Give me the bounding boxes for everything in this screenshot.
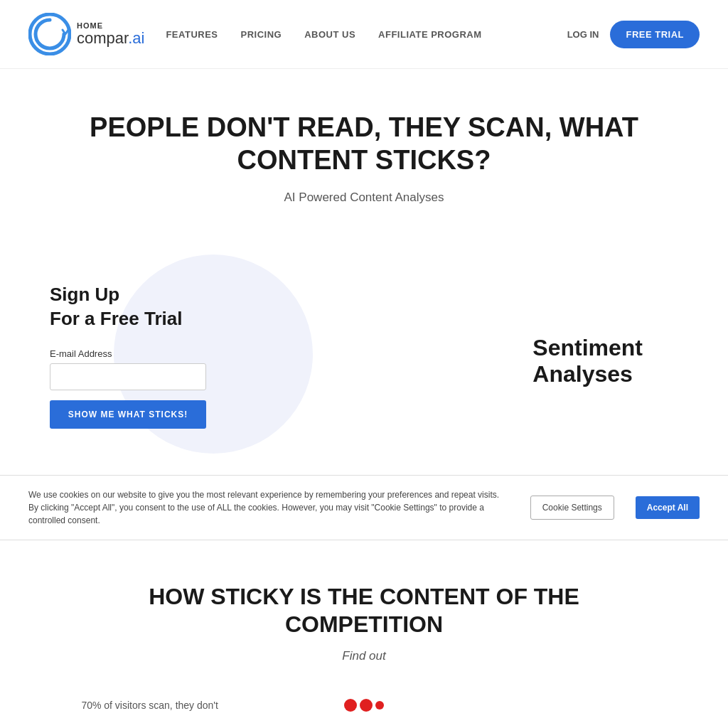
cookie-banner: We use cookies on our website to give yo… — [0, 475, 728, 540]
nav-pricing-link[interactable]: PRICING — [241, 29, 282, 40]
logo[interactable]: HOME compar.ai — [28, 13, 144, 55]
competition-section: HOW STICKY IS THE CONTENT OF THE COMPETI… — [0, 540, 728, 728]
logo-icon — [28, 13, 71, 55]
hero-title: PEOPLE DON'T READ, THEY SCAN, WHAT CONTE… — [44, 112, 684, 176]
email-input[interactable] — [50, 363, 206, 390]
submit-button[interactable]: SHOW ME WHAT STICKS! — [50, 400, 206, 429]
stat-scan: 70% of visitors scan, they don't — [57, 699, 242, 712]
dot-icon-2 — [360, 699, 373, 712]
competition-title: HOW STICKY IS THE CONTENT OF THE COMPETI… — [115, 583, 613, 638]
signup-section: Sign Up For a Free Trial E-mail Address … — [0, 247, 728, 475]
hero-section: PEOPLE DON'T READ, THEY SCAN, WHAT CONTE… — [0, 69, 728, 247]
dot-icon-1 — [344, 699, 357, 712]
hero-subtitle: AI Powered Content Analyses — [28, 191, 700, 205]
login-link[interactable]: LOG IN — [567, 29, 599, 40]
competition-subtitle: Find out — [28, 649, 700, 663]
stat-icons — [271, 699, 456, 712]
stats-row: 70% of visitors scan, they don't — [28, 692, 700, 719]
dot-icon-3 — [375, 701, 384, 710]
nav-affiliate-link[interactable]: AFFILIATE PROGRAM — [378, 29, 481, 40]
nav-links: FEATURES PRICING ABOUT US AFFILIATE PROG… — [166, 29, 567, 40]
signup-heading: Sign Up For a Free Trial — [50, 283, 206, 331]
nav-features-link[interactable]: FEATURES — [166, 29, 218, 40]
nav-about-link[interactable]: ABOUT US — [304, 29, 355, 40]
navbar: HOME compar.ai FEATURES PRICING ABOUT US… — [0, 0, 728, 69]
cookie-settings-button[interactable]: Cookie Settings — [530, 496, 614, 520]
cookie-text: We use cookies on our website to give yo… — [28, 488, 509, 527]
free-trial-button[interactable]: FREE TRIAL — [610, 21, 700, 48]
logo-brand-text: compar.ai — [77, 30, 144, 47]
signup-form: Sign Up For a Free Trial E-mail Address … — [43, 262, 220, 450]
sentiment-label: Sentiment Analyses — [532, 335, 643, 387]
accept-all-button[interactable]: Accept All — [636, 496, 700, 519]
email-label: E-mail Address — [50, 348, 206, 359]
